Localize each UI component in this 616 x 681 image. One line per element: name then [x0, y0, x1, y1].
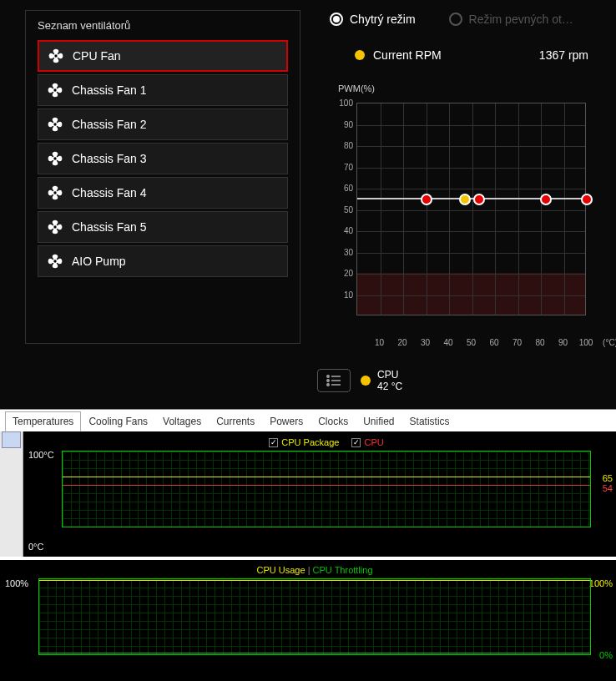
- fan-icon: [47, 82, 63, 98]
- fan-list-title: Seznam ventilátorů: [38, 19, 288, 32]
- svg-point-7: [327, 376, 329, 377]
- legend-cpu: CPU: [364, 437, 383, 447]
- current-rpm-label: Current RPM: [373, 48, 442, 62]
- curve-point[interactable]: [459, 194, 471, 205]
- y-tick: 70: [330, 162, 353, 171]
- rpm-dot-icon: [355, 50, 365, 60]
- temp-ymax: 100°C: [28, 450, 54, 460]
- usage-rmax: 100%: [589, 578, 613, 588]
- monitor-tab[interactable]: Statistics: [402, 411, 457, 431]
- mode-selector: Chytrý režim Režim pevných ot…: [330, 13, 573, 26]
- warm-zone: [357, 273, 585, 315]
- fan-item[interactable]: Chassis Fan 4: [38, 177, 288, 209]
- svg-point-9: [327, 380, 329, 381]
- y-tick: 60: [330, 184, 353, 193]
- x-tick: 80: [535, 338, 544, 347]
- fan-icon: [47, 116, 63, 133]
- y-tick: 90: [330, 119, 353, 129]
- usage-rmin: 0%: [599, 650, 613, 660]
- fan-item-label: AIO Pump: [72, 255, 126, 268]
- fan-list: CPU FanChassis Fan 1Chassis Fan 2Chassis…: [38, 40, 288, 277]
- checkbox-icon: ✓: [269, 438, 278, 447]
- x-tick: 90: [558, 338, 568, 347]
- legend-cpu-package: CPU Package: [281, 437, 339, 447]
- svg-point-11: [327, 384, 329, 386]
- cpu-dot-icon: [361, 376, 371, 386]
- curve-point[interactable]: [581, 194, 593, 205]
- curve-point[interactable]: [473, 194, 485, 205]
- fan-item-label: Chassis Fan 2: [72, 118, 146, 131]
- usage-title: CPU Usage: [257, 565, 305, 575]
- y-axis-label: PWM(%): [338, 83, 597, 93]
- fan-item[interactable]: Chassis Fan 5: [38, 211, 288, 243]
- smart-mode-radio[interactable]: Chytrý režim: [330, 13, 416, 26]
- cpu-temp-value: 42 °C: [377, 381, 402, 392]
- y-tick: 100: [330, 98, 353, 108]
- throttle-title: CPU Throttling: [313, 565, 373, 575]
- scrollbar[interactable]: [0, 431, 23, 557]
- svg-point-4: [53, 191, 56, 194]
- monitor-tabs: TemperaturesCooling FansVoltagesCurrents…: [0, 410, 616, 431]
- temperature-graph: ✓ CPU Package ✓ CPU 100°C 0°C 65 54: [23, 431, 616, 557]
- fixed-mode-radio[interactable]: Režim pevných ot…: [449, 13, 573, 26]
- y-tick: 40: [330, 226, 353, 235]
- y-tick: 30: [330, 247, 353, 256]
- svg-point-3: [53, 157, 56, 159]
- monitor-tab[interactable]: Temperatures: [5, 411, 81, 431]
- temp-plot[interactable]: [62, 451, 591, 527]
- curve-point[interactable]: [540, 194, 552, 205]
- checkbox-icon: ✓: [351, 438, 361, 447]
- x-tick: 30: [421, 338, 430, 347]
- current-rpm-row: Current RPM 1367 rpm: [355, 48, 588, 62]
- fan-item-label: Chassis Fan 1: [72, 83, 146, 97]
- toggle-cpu[interactable]: ✓ CPU: [351, 437, 383, 447]
- radio-icon: [449, 13, 462, 26]
- fan-item[interactable]: Chassis Fan 3: [38, 143, 288, 174]
- temp-ymin: 0°C: [28, 542, 43, 552]
- fan-item[interactable]: Chassis Fan 1: [38, 74, 288, 106]
- fan-icon: [47, 219, 63, 235]
- x-tick: 20: [397, 338, 406, 347]
- fan-item[interactable]: CPU Fan: [38, 40, 288, 72]
- usage-ymax: 100%: [5, 578, 28, 588]
- fan-item[interactable]: Chassis Fan 2: [38, 108, 288, 140]
- y-tick: 80: [330, 141, 353, 150]
- usage-graph: CPU Usage | CPU Throttling 100% 100% 0%: [0, 560, 616, 681]
- sensor-list-button[interactable]: [317, 369, 351, 392]
- monitor-tab[interactable]: Cooling Fans: [81, 411, 155, 431]
- x-tick: 100: [579, 338, 593, 347]
- svg-point-5: [53, 225, 56, 228]
- x-tick: 40: [443, 338, 452, 347]
- fan-icon: [48, 48, 64, 64]
- curve-point[interactable]: [421, 194, 432, 205]
- monitor-tab[interactable]: Clocks: [311, 411, 356, 431]
- temp-val2: 54: [603, 483, 613, 493]
- monitor-tab[interactable]: Powers: [262, 411, 311, 431]
- monitor-tab[interactable]: Currents: [209, 411, 262, 431]
- cpu-label: CPU: [377, 369, 402, 381]
- svg-point-0: [54, 54, 57, 57]
- y-tick: 50: [330, 204, 353, 214]
- current-rpm-value: 1367 rpm: [539, 48, 588, 62]
- fan-icon: [47, 150, 63, 167]
- x-axis-unit: (°C): [603, 338, 616, 347]
- svg-point-1: [53, 88, 56, 91]
- x-tick: 70: [512, 338, 522, 347]
- fan-item-label: Chassis Fan 4: [72, 186, 146, 199]
- toggle-cpu-package[interactable]: ✓ CPU Package: [269, 437, 339, 447]
- fixed-mode-label: Režim pevných ot…: [469, 13, 573, 26]
- cpu-temp-strip: CPU 42 °C: [317, 369, 402, 392]
- x-tick: 50: [467, 338, 476, 347]
- temp-val1: 65: [603, 473, 613, 483]
- separator: |: [308, 565, 311, 575]
- monitor-tab[interactable]: Unified: [356, 411, 401, 431]
- y-tick: 20: [330, 269, 353, 278]
- fan-item[interactable]: AIO Pump: [38, 245, 288, 277]
- fan-icon: [47, 184, 63, 201]
- monitor-tab[interactable]: Voltages: [155, 411, 209, 431]
- usage-plot[interactable]: [38, 578, 591, 655]
- radio-icon: [330, 13, 343, 26]
- y-tick: 10: [330, 290, 353, 299]
- x-tick: 10: [375, 338, 384, 347]
- svg-point-2: [53, 123, 56, 125]
